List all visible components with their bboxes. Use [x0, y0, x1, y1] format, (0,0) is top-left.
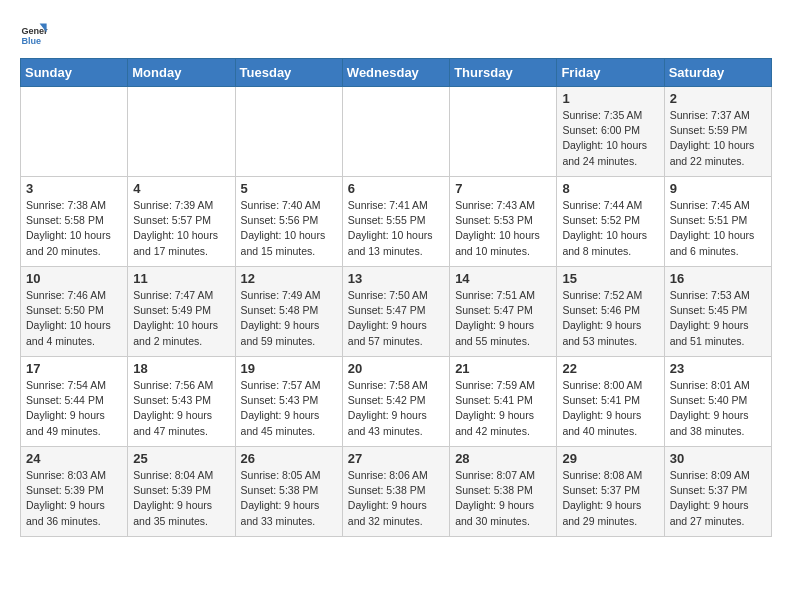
day-cell: 20Sunrise: 7:58 AMSunset: 5:42 PMDayligh… — [342, 357, 449, 447]
day-cell: 29Sunrise: 8:08 AMSunset: 5:37 PMDayligh… — [557, 447, 664, 537]
day-number: 10 — [26, 271, 122, 286]
week-row-3: 10Sunrise: 7:46 AMSunset: 5:50 PMDayligh… — [21, 267, 772, 357]
day-number: 11 — [133, 271, 229, 286]
day-number: 19 — [241, 361, 337, 376]
logo: General Blue — [20, 20, 52, 48]
day-cell: 2Sunrise: 7:37 AMSunset: 5:59 PMDaylight… — [664, 87, 771, 177]
day-info: Sunrise: 7:52 AMSunset: 5:46 PMDaylight:… — [562, 288, 658, 349]
day-info: Sunrise: 7:41 AMSunset: 5:55 PMDaylight:… — [348, 198, 444, 259]
day-cell: 24Sunrise: 8:03 AMSunset: 5:39 PMDayligh… — [21, 447, 128, 537]
day-number: 9 — [670, 181, 766, 196]
day-cell: 4Sunrise: 7:39 AMSunset: 5:57 PMDaylight… — [128, 177, 235, 267]
day-info: Sunrise: 8:08 AMSunset: 5:37 PMDaylight:… — [562, 468, 658, 529]
day-cell: 16Sunrise: 7:53 AMSunset: 5:45 PMDayligh… — [664, 267, 771, 357]
day-cell: 30Sunrise: 8:09 AMSunset: 5:37 PMDayligh… — [664, 447, 771, 537]
day-info: Sunrise: 7:39 AMSunset: 5:57 PMDaylight:… — [133, 198, 229, 259]
day-info: Sunrise: 7:50 AMSunset: 5:47 PMDaylight:… — [348, 288, 444, 349]
col-header-tuesday: Tuesday — [235, 59, 342, 87]
week-row-4: 17Sunrise: 7:54 AMSunset: 5:44 PMDayligh… — [21, 357, 772, 447]
day-number: 24 — [26, 451, 122, 466]
day-cell: 7Sunrise: 7:43 AMSunset: 5:53 PMDaylight… — [450, 177, 557, 267]
day-info: Sunrise: 7:35 AMSunset: 6:00 PMDaylight:… — [562, 108, 658, 169]
day-info: Sunrise: 8:01 AMSunset: 5:40 PMDaylight:… — [670, 378, 766, 439]
week-row-1: 1Sunrise: 7:35 AMSunset: 6:00 PMDaylight… — [21, 87, 772, 177]
day-number: 15 — [562, 271, 658, 286]
day-cell: 25Sunrise: 8:04 AMSunset: 5:39 PMDayligh… — [128, 447, 235, 537]
day-number: 5 — [241, 181, 337, 196]
day-info: Sunrise: 7:40 AMSunset: 5:56 PMDaylight:… — [241, 198, 337, 259]
day-cell — [21, 87, 128, 177]
day-cell: 26Sunrise: 8:05 AMSunset: 5:38 PMDayligh… — [235, 447, 342, 537]
day-number: 25 — [133, 451, 229, 466]
day-number: 16 — [670, 271, 766, 286]
day-number: 30 — [670, 451, 766, 466]
day-cell: 17Sunrise: 7:54 AMSunset: 5:44 PMDayligh… — [21, 357, 128, 447]
day-number: 22 — [562, 361, 658, 376]
day-info: Sunrise: 8:09 AMSunset: 5:37 PMDaylight:… — [670, 468, 766, 529]
day-info: Sunrise: 7:56 AMSunset: 5:43 PMDaylight:… — [133, 378, 229, 439]
day-cell: 6Sunrise: 7:41 AMSunset: 5:55 PMDaylight… — [342, 177, 449, 267]
day-number: 3 — [26, 181, 122, 196]
day-info: Sunrise: 7:54 AMSunset: 5:44 PMDaylight:… — [26, 378, 122, 439]
day-info: Sunrise: 7:38 AMSunset: 5:58 PMDaylight:… — [26, 198, 122, 259]
day-cell — [450, 87, 557, 177]
day-info: Sunrise: 7:53 AMSunset: 5:45 PMDaylight:… — [670, 288, 766, 349]
day-cell: 23Sunrise: 8:01 AMSunset: 5:40 PMDayligh… — [664, 357, 771, 447]
day-cell: 12Sunrise: 7:49 AMSunset: 5:48 PMDayligh… — [235, 267, 342, 357]
day-cell — [342, 87, 449, 177]
day-cell: 14Sunrise: 7:51 AMSunset: 5:47 PMDayligh… — [450, 267, 557, 357]
day-info: Sunrise: 7:44 AMSunset: 5:52 PMDaylight:… — [562, 198, 658, 259]
day-number: 18 — [133, 361, 229, 376]
day-number: 20 — [348, 361, 444, 376]
day-info: Sunrise: 7:45 AMSunset: 5:51 PMDaylight:… — [670, 198, 766, 259]
day-number: 23 — [670, 361, 766, 376]
day-info: Sunrise: 7:51 AMSunset: 5:47 PMDaylight:… — [455, 288, 551, 349]
day-info: Sunrise: 8:07 AMSunset: 5:38 PMDaylight:… — [455, 468, 551, 529]
day-info: Sunrise: 7:49 AMSunset: 5:48 PMDaylight:… — [241, 288, 337, 349]
day-cell — [235, 87, 342, 177]
day-number: 27 — [348, 451, 444, 466]
day-number: 28 — [455, 451, 551, 466]
col-header-sunday: Sunday — [21, 59, 128, 87]
day-info: Sunrise: 7:47 AMSunset: 5:49 PMDaylight:… — [133, 288, 229, 349]
col-header-saturday: Saturday — [664, 59, 771, 87]
week-row-2: 3Sunrise: 7:38 AMSunset: 5:58 PMDaylight… — [21, 177, 772, 267]
day-info: Sunrise: 7:43 AMSunset: 5:53 PMDaylight:… — [455, 198, 551, 259]
svg-text:Blue: Blue — [21, 36, 41, 46]
day-info: Sunrise: 7:37 AMSunset: 5:59 PMDaylight:… — [670, 108, 766, 169]
col-header-monday: Monday — [128, 59, 235, 87]
day-info: Sunrise: 8:05 AMSunset: 5:38 PMDaylight:… — [241, 468, 337, 529]
header-row: SundayMondayTuesdayWednesdayThursdayFrid… — [21, 59, 772, 87]
day-number: 12 — [241, 271, 337, 286]
day-cell: 22Sunrise: 8:00 AMSunset: 5:41 PMDayligh… — [557, 357, 664, 447]
day-cell: 9Sunrise: 7:45 AMSunset: 5:51 PMDaylight… — [664, 177, 771, 267]
day-cell: 11Sunrise: 7:47 AMSunset: 5:49 PMDayligh… — [128, 267, 235, 357]
day-number: 2 — [670, 91, 766, 106]
day-cell: 28Sunrise: 8:07 AMSunset: 5:38 PMDayligh… — [450, 447, 557, 537]
day-cell: 21Sunrise: 7:59 AMSunset: 5:41 PMDayligh… — [450, 357, 557, 447]
day-info: Sunrise: 7:59 AMSunset: 5:41 PMDaylight:… — [455, 378, 551, 439]
day-info: Sunrise: 8:06 AMSunset: 5:38 PMDaylight:… — [348, 468, 444, 529]
day-info: Sunrise: 7:57 AMSunset: 5:43 PMDaylight:… — [241, 378, 337, 439]
page-header: General Blue — [20, 20, 772, 48]
day-number: 1 — [562, 91, 658, 106]
day-number: 21 — [455, 361, 551, 376]
day-number: 7 — [455, 181, 551, 196]
day-number: 26 — [241, 451, 337, 466]
col-header-wednesday: Wednesday — [342, 59, 449, 87]
day-info: Sunrise: 7:46 AMSunset: 5:50 PMDaylight:… — [26, 288, 122, 349]
week-row-5: 24Sunrise: 8:03 AMSunset: 5:39 PMDayligh… — [21, 447, 772, 537]
day-info: Sunrise: 8:00 AMSunset: 5:41 PMDaylight:… — [562, 378, 658, 439]
day-cell: 18Sunrise: 7:56 AMSunset: 5:43 PMDayligh… — [128, 357, 235, 447]
day-cell: 27Sunrise: 8:06 AMSunset: 5:38 PMDayligh… — [342, 447, 449, 537]
day-cell: 3Sunrise: 7:38 AMSunset: 5:58 PMDaylight… — [21, 177, 128, 267]
day-number: 8 — [562, 181, 658, 196]
day-cell: 8Sunrise: 7:44 AMSunset: 5:52 PMDaylight… — [557, 177, 664, 267]
col-header-friday: Friday — [557, 59, 664, 87]
day-number: 13 — [348, 271, 444, 286]
day-number: 14 — [455, 271, 551, 286]
day-cell: 10Sunrise: 7:46 AMSunset: 5:50 PMDayligh… — [21, 267, 128, 357]
day-cell: 1Sunrise: 7:35 AMSunset: 6:00 PMDaylight… — [557, 87, 664, 177]
day-number: 29 — [562, 451, 658, 466]
col-header-thursday: Thursday — [450, 59, 557, 87]
